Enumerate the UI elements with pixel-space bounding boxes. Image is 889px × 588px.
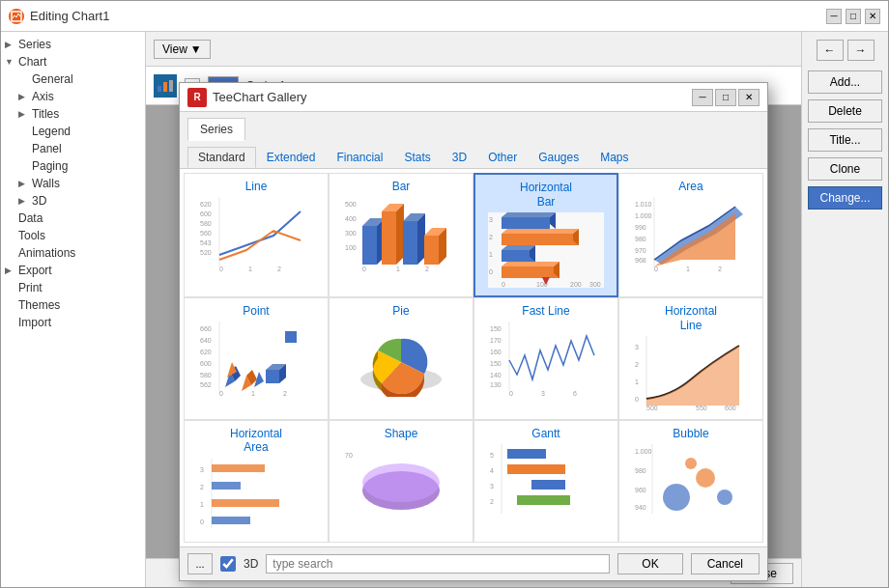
svg-text:0: 0 <box>654 266 658 272</box>
sidebar-item-general[interactable]: General <box>1 70 145 88</box>
footer-ok-button[interactable]: OK <box>617 553 682 574</box>
close-button[interactable]: ✕ <box>865 9 880 24</box>
subtab-stats[interactable]: Stats <box>393 147 441 168</box>
chart-cell-bubble[interactable]: Bubble 1.000 980 960 940 <box>618 420 763 543</box>
change-button[interactable]: Change... <box>808 186 882 210</box>
view-button[interactable]: View ▼ <box>154 40 211 59</box>
sidebar-label-3d: 3D <box>32 194 46 208</box>
svg-text:3: 3 <box>490 483 494 490</box>
modal-maximize[interactable]: □ <box>715 89 736 106</box>
arrow-3d: ▶ <box>18 196 32 206</box>
footer-cancel-button[interactable]: Cancel <box>691 553 760 574</box>
footer-search-input[interactable] <box>266 554 610 574</box>
tab-series[interactable]: Series <box>187 118 245 141</box>
subtab-3d[interactable]: 3D <box>442 147 477 168</box>
sidebar-label-axis: Axis <box>32 90 54 103</box>
title-button[interactable]: Title... <box>808 128 882 152</box>
chart-cell-fastline[interactable]: Fast Line 150 170 160 150 140 <box>473 297 618 420</box>
selected-indicator: ▼ <box>539 272 553 288</box>
chart-preview-hbar: 3 2 1 0 <box>488 212 604 290</box>
chart-cell-shape[interactable]: Shape 70 <box>329 420 473 543</box>
subtab-financial[interactable]: Financial <box>326 147 393 168</box>
svg-rect-20 <box>362 226 377 265</box>
chart-name-pie: Pie <box>392 304 409 318</box>
gallery-modal: R TeeChart Gallery ─ □ ✕ <box>179 82 768 580</box>
svg-text:940: 940 <box>635 504 646 511</box>
chart-cell-bar[interactable]: Bar 500 400 300 100 <box>329 173 473 297</box>
chart-cell-gantt[interactable]: Gantt 5 4 3 2 <box>473 420 618 543</box>
chart-cell-line[interactable]: Line 620 600 580 560 543 <box>184 173 329 297</box>
sidebar-label-panel: Panel <box>32 142 62 155</box>
arrow-chart: ▼ <box>5 57 18 67</box>
nav-forward-button[interactable]: → <box>847 40 875 61</box>
content-area: ▶ Series ▼ Chart General ▶ Axis ▶ Titles <box>1 32 888 587</box>
chart-cell-area[interactable]: Area 1.010 1.000 990 980 970 <box>618 173 763 297</box>
sidebar-item-tools[interactable]: Tools <box>1 227 145 244</box>
sidebar-item-walls[interactable]: ▶ Walls <box>1 175 145 192</box>
chart-preview-bubble: 1.000 980 960 940 <box>633 444 749 521</box>
chart-preview-gantt: 5 4 3 2 <box>488 444 604 521</box>
sidebar-item-themes[interactable]: Themes <box>1 296 145 314</box>
subtab-other[interactable]: Other <box>477 147 528 168</box>
sidebar-item-data[interactable]: Data <box>1 210 145 227</box>
sidebar-label-animations: Animations <box>18 246 75 260</box>
sidebar-label-walls: Walls <box>32 177 60 190</box>
sidebar-item-chart[interactable]: ▼ Chart <box>1 53 145 70</box>
chart-cell-pie[interactable]: Pie <box>329 297 473 420</box>
maximize-button[interactable]: □ <box>846 9 861 24</box>
sidebar-label-export: Export <box>18 264 52 277</box>
chart-preview-area: 1.010 1.000 990 980 970 968 <box>633 197 749 274</box>
subtab-standard[interactable]: Standard <box>187 147 256 168</box>
chart-cell-hline[interactable]: HorizontalLine 3 2 1 0 <box>618 297 763 420</box>
svg-text:70: 70 <box>345 452 353 459</box>
sidebar-item-print[interactable]: Print <box>1 279 145 296</box>
chart-preview-fastline: 150 170 160 150 140 130 <box>488 322 604 399</box>
title-controls: ─ □ ✕ <box>826 9 880 24</box>
chart-cell-harea[interactable]: HorizontalArea 3 2 1 0 <box>184 420 329 543</box>
clone-button[interactable]: Clone <box>808 157 882 181</box>
sidebar-item-import[interactable]: Import <box>1 314 145 331</box>
delete-button[interactable]: Delete <box>808 99 882 123</box>
svg-marker-50 <box>502 262 559 266</box>
svg-rect-120 <box>212 482 241 490</box>
subtab-gauges[interactable]: Gauges <box>528 147 589 168</box>
nav-back-button[interactable]: ← <box>817 40 844 61</box>
footer-3d-checkbox[interactable] <box>220 556 236 572</box>
sidebar-item-paging[interactable]: Paging <box>1 157 145 175</box>
sidebar-item-panel[interactable]: Panel <box>1 140 145 157</box>
svg-text:0: 0 <box>362 266 366 272</box>
subtab-maps[interactable]: Maps <box>589 147 639 168</box>
sidebar-item-animations[interactable]: Animations <box>1 244 145 262</box>
sidebar-item-series[interactable]: ▶ Series <box>1 36 145 53</box>
modal-close[interactable]: ✕ <box>738 89 760 106</box>
add-button[interactable]: Add... <box>808 70 882 94</box>
sidebar-item-axis[interactable]: ▶ Axis <box>1 88 145 105</box>
chart-cell-point[interactable]: Point 660 640 620 600 580 <box>184 297 329 420</box>
svg-text:2: 2 <box>490 498 494 505</box>
footer-more-button[interactable]: ... <box>187 553 213 574</box>
sidebar-label-paging: Paging <box>32 159 68 173</box>
sidebar-item-3d[interactable]: ▶ 3D <box>1 192 145 210</box>
svg-text:300: 300 <box>345 230 357 237</box>
svg-rect-29 <box>424 236 439 265</box>
sidebar-item-legend[interactable]: Legend <box>1 123 145 140</box>
sidebar-item-titles[interactable]: ▶ Titles <box>1 105 145 123</box>
svg-text:990: 990 <box>635 224 646 231</box>
svg-text:2: 2 <box>283 390 287 397</box>
minimize-button[interactable]: ─ <box>826 9 842 24</box>
svg-text:550: 550 <box>696 405 707 411</box>
chart-gallery-grid: Line 620 600 580 560 543 <box>180 169 767 546</box>
svg-text:562: 562 <box>200 381 212 388</box>
svg-text:0: 0 <box>219 266 223 272</box>
chart-name-point: Point <box>243 304 269 318</box>
chart-name-bar: Bar <box>392 180 411 193</box>
window-title: Editing Chart1 <box>30 9 826 23</box>
svg-text:600: 600 <box>200 210 212 217</box>
sidebar-item-export[interactable]: ▶ Export <box>1 262 145 279</box>
subtab-extended[interactable]: Extended <box>256 147 327 168</box>
modal-minimize[interactable]: ─ <box>692 89 713 106</box>
svg-text:970: 970 <box>635 247 646 254</box>
chart-cell-hbar[interactable]: HorizontalBar 3 2 1 0 <box>473 173 618 297</box>
svg-text:2: 2 <box>277 266 281 272</box>
svg-text:400: 400 <box>345 215 357 222</box>
